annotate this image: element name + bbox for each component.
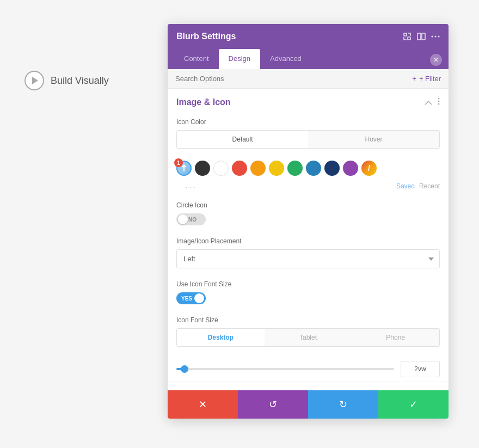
columns-icon[interactable] — [417, 32, 426, 41]
toggle-yes-label: YES — [179, 296, 192, 302]
icon-color-setting: Icon Color Default Hover — [168, 114, 449, 156]
circle-icon-no-label: NO — [188, 217, 196, 223]
cancel-icon: ✕ — [199, 398, 207, 410]
placement-select[interactable]: Left Top Right — [176, 249, 440, 268]
color-swatch-blue[interactable] — [306, 161, 321, 176]
use-icon-font-size-switch[interactable]: YES — [176, 292, 206, 304]
device-tabs: Desktop Tablet Phone — [176, 328, 440, 347]
svg-rect-7 — [422, 33, 425, 40]
use-icon-font-size-label: Use Icon Font Size — [176, 280, 440, 288]
color-swatch-darkblue[interactable] — [324, 161, 340, 176]
slider-track[interactable] — [176, 368, 394, 370]
image-icon-section-header: Image & Icon — [168, 89, 449, 114]
placement-setting: Image/Icon Placement Left Top Right — [168, 233, 449, 276]
collapse-icon[interactable] — [425, 97, 432, 107]
confirm-button[interactable]: ✓ — [378, 390, 449, 419]
filter-button[interactable]: + + Filter — [412, 75, 441, 83]
color-swatch-purple[interactable] — [343, 161, 358, 176]
svg-point-12 — [438, 101, 440, 102]
placement-label: Image/Icon Placement — [176, 237, 440, 245]
panel-scroll-area[interactable]: + + Filter Image & Icon — [168, 69, 449, 390]
svg-rect-6 — [417, 33, 421, 40]
undo-button[interactable]: ↺ — [238, 390, 308, 419]
filter-plus-icon: + — [412, 75, 416, 83]
cancel-button[interactable]: ✕ — [168, 390, 238, 419]
panel-header: Blurb Settings — [168, 24, 449, 49]
circle-icon-toggle: NO — [176, 213, 440, 225]
color-swatch-white[interactable] — [213, 161, 229, 176]
panel-title: Blurb Settings — [176, 32, 236, 41]
search-input[interactable] — [175, 75, 412, 83]
svg-rect-1 — [408, 37, 410, 40]
color-swatch-black[interactable] — [195, 161, 210, 176]
toggle-knob — [194, 293, 204, 303]
confirm-icon: ✓ — [409, 398, 417, 410]
close-button[interactable]: ✕ — [430, 54, 442, 66]
section-header-icons — [425, 97, 440, 107]
svg-point-8 — [432, 36, 433, 38]
circle-icon-label: Circle Icon — [176, 201, 440, 209]
redo-button[interactable]: ↻ — [308, 390, 378, 419]
recent-tab[interactable]: Recent — [419, 182, 440, 190]
default-hover-toggle: Default Hover — [176, 130, 440, 149]
more-options-icon[interactable] — [431, 35, 440, 38]
slider-thumb[interactable] — [181, 365, 188, 373]
hover-toggle-btn[interactable]: Hover — [308, 131, 439, 148]
icon-font-size-label: Icon Font Size — [176, 316, 440, 324]
tab-content[interactable]: Content — [174, 49, 219, 69]
build-visually-section: Build Visually — [24, 71, 109, 90]
svg-point-13 — [438, 103, 440, 105]
text-section[interactable]: Text — [168, 382, 449, 390]
color-swatch-green[interactable] — [287, 161, 303, 176]
icon-font-size-setting: Icon Font Size Desktop Tablet Phone — [168, 312, 449, 354]
tab-advanced[interactable]: Advanced — [260, 49, 311, 69]
circle-icon-knob — [178, 214, 188, 224]
svg-line-14 — [181, 165, 187, 171]
redo-icon: ↻ — [339, 398, 347, 410]
color-swatch-yellow[interactable] — [269, 161, 284, 176]
svg-point-9 — [435, 36, 437, 38]
tablet-tab[interactable]: Tablet — [265, 329, 352, 346]
use-icon-font-size-setting: Use Icon Font Size YES — [168, 276, 449, 312]
icon-color-label: Icon Color — [176, 118, 440, 126]
slider-value-input[interactable] — [401, 361, 440, 377]
header-icons — [403, 32, 440, 41]
circle-icon-switch[interactable]: NO — [176, 213, 206, 225]
svg-point-11 — [438, 98, 440, 100]
svg-rect-0 — [404, 33, 407, 36]
tabs-row: Content Design Advanced ✕ — [168, 49, 449, 69]
build-visually-label: Build Visually — [51, 75, 109, 87]
section-title: Image & Icon — [176, 97, 231, 107]
color-swatch-orange[interactable] — [250, 161, 266, 176]
color-swatch-arrow[interactable]: 1 — [176, 161, 192, 176]
undo-icon: ↺ — [269, 398, 277, 410]
action-bar: ✕ ↺ ↻ ✓ — [168, 390, 449, 419]
expand-icon[interactable] — [403, 32, 412, 41]
section-more-icon[interactable] — [438, 97, 440, 107]
saved-tab[interactable]: Saved — [396, 182, 415, 190]
svg-point-10 — [438, 36, 440, 38]
tab-design[interactable]: Design — [219, 49, 260, 69]
color-swatch-gradient[interactable]: / — [361, 161, 377, 176]
desktop-tab[interactable]: Desktop — [177, 329, 265, 346]
saved-recent-tabs: Saved Recent — [396, 182, 440, 190]
play-button[interactable] — [24, 71, 44, 90]
phone-tab[interactable]: Phone — [352, 329, 439, 346]
color-swatches: 1 / — [168, 156, 449, 178]
blurb-settings-panel: Blurb Settings — [168, 24, 449, 419]
slider-row — [168, 354, 449, 382]
search-bar: + + Filter — [168, 69, 449, 89]
more-colors-dots[interactable]: ... — [176, 179, 196, 193]
default-toggle-btn[interactable]: Default — [177, 131, 308, 148]
color-swatch-red[interactable] — [232, 161, 247, 176]
circle-icon-setting: Circle Icon NO — [168, 197, 449, 233]
play-triangle-icon — [32, 77, 38, 84]
filter-label: + Filter — [419, 75, 441, 83]
